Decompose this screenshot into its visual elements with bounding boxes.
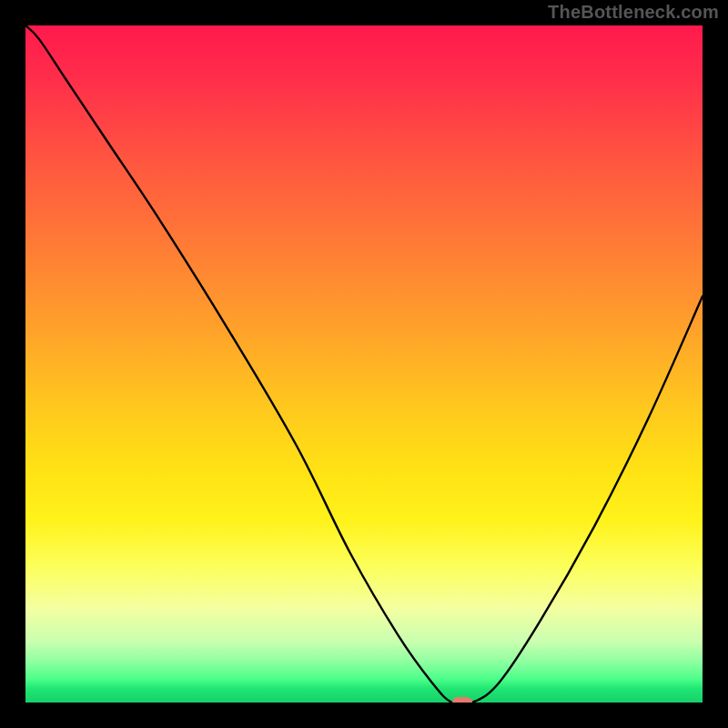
bottleneck-curve-path xyxy=(25,25,703,703)
watermark-text: TheBottleneck.com xyxy=(548,2,719,23)
optimal-marker xyxy=(452,697,472,703)
curve-svg xyxy=(25,25,703,703)
plot-area xyxy=(25,25,703,703)
chart-frame: TheBottleneck.com xyxy=(0,0,728,728)
